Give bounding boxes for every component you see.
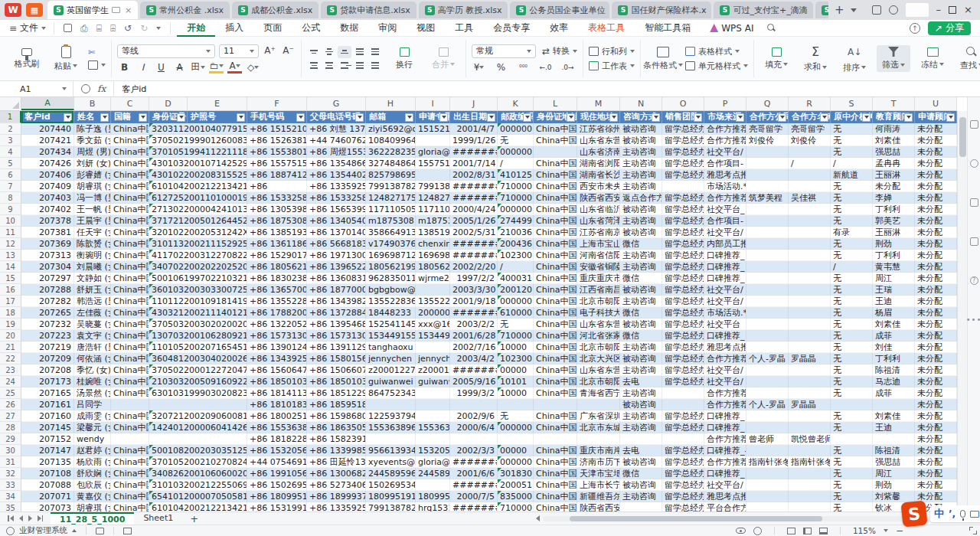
cell[interactable]: +86 15823918663 xyxy=(307,433,366,445)
cell[interactable]: 留学总经办 xyxy=(662,491,704,502)
magic-icon[interactable] xyxy=(81,84,90,93)
cell[interactable]: 2000/4/24 xyxy=(450,204,498,215)
cell[interactable]: China中国 xyxy=(111,135,149,146)
cell[interactable]: +86 152901751 xyxy=(247,250,307,261)
cell[interactable]: +86 155751588 xyxy=(247,158,307,169)
filter-dropdown-button[interactable] xyxy=(100,113,109,122)
cell[interactable]: China中国 xyxy=(534,445,577,456)
cell[interactable]: 山东省东营 xyxy=(577,364,620,376)
cell[interactable]: 舒妍玉 (女) xyxy=(74,284,111,296)
cell[interactable]: 被动咨询 xyxy=(620,353,662,364)
cell[interactable]: 207369 xyxy=(21,238,74,250)
cell[interactable]: 370105200210270824 xyxy=(149,456,247,468)
cell[interactable]: +86 155363896 xyxy=(247,422,307,433)
cell[interactable]: 无 xyxy=(831,422,873,433)
cell[interactable]: 未分配 xyxy=(915,215,957,227)
document-tab[interactable]: S成都公积金.xlsx xyxy=(232,2,318,18)
header-cell-出生日期[interactable]: 出生日期 xyxy=(450,111,498,123)
cell[interactable]: 360481200304020026 xyxy=(149,353,247,364)
cell[interactable]: 江苏省南京 xyxy=(577,227,620,238)
cell[interactable]: China中国 xyxy=(111,376,149,387)
row-header-10[interactable]: 10 xyxy=(0,215,21,227)
cell[interactable]: China中国 xyxy=(534,204,577,215)
cell[interactable]: 微信 xyxy=(620,273,662,284)
header-cell-父母电话号码[interactable]: 父母电话号码 xyxy=(307,111,366,123)
cell[interactable]: China中国 xyxy=(534,342,577,353)
cell[interactable]: +86 13399850473 xyxy=(307,445,366,456)
cell[interactable]: +86 13965221003 xyxy=(307,261,366,273)
cell[interactable]: 河北省张家 xyxy=(577,330,620,342)
cell[interactable]: 207152 xyxy=(21,433,74,445)
cell[interactable] xyxy=(789,215,831,227)
cell[interactable]: 430102200208315525 xyxy=(149,169,247,181)
cell[interactable]: 留学总经办 xyxy=(662,468,704,479)
cell[interactable] xyxy=(789,227,831,238)
cell[interactable]: 000000 xyxy=(498,456,534,468)
row-header-27[interactable]: 27 xyxy=(0,410,21,422)
cell[interactable]: 文静如 (女) xyxy=(74,273,111,284)
column-header-I[interactable]: I xyxy=(416,97,450,110)
menu-tab-表格工具[interactable]: 表格工具 xyxy=(578,20,635,37)
row-header-7[interactable]: 7 xyxy=(0,181,21,192)
cell[interactable]: 上海市宝山 xyxy=(577,238,620,250)
cell[interactable]: 胡睿琪 (女) xyxy=(74,181,111,192)
cell[interactable]: 207147 xyxy=(21,445,74,456)
cell[interactable] xyxy=(662,181,704,192)
cell[interactable]: China中国 xyxy=(111,284,149,296)
cell[interactable]: 2001/6/28 xyxy=(450,330,498,342)
cell[interactable]: chenxinyur xyxy=(416,238,450,250)
cell[interactable]: 无 xyxy=(831,330,873,342)
cell[interactable]: 无 xyxy=(831,376,873,387)
cell[interactable]: 271302200004241013 xyxy=(149,204,247,215)
cell[interactable] xyxy=(746,307,789,319)
cell[interactable]: 102300 xyxy=(498,353,534,364)
cell[interactable]: 成菲 xyxy=(873,387,915,399)
cell[interactable] xyxy=(366,433,416,445)
cell[interactable]: +86 13728846803 xyxy=(307,307,366,319)
cell[interactable]: 未分配 xyxy=(915,422,957,433)
menu-tab-公式[interactable]: 公式 xyxy=(292,20,330,37)
cell[interactable] xyxy=(746,319,789,330)
column-header-N[interactable]: N xyxy=(620,97,662,110)
cell[interactable]: 710000 xyxy=(498,502,534,511)
column-header-T[interactable]: T xyxy=(873,97,915,110)
header-cell-原中介机构[interactable]: 原中介机构 xyxy=(831,111,873,123)
cell[interactable]: 陈祖清 xyxy=(873,364,915,376)
cell[interactable]: 新疆维吾尔 xyxy=(577,491,620,502)
font-size-select[interactable]: 11 xyxy=(219,44,259,58)
cell[interactable]: +86 155380193 xyxy=(247,146,307,158)
cell[interactable]: 155751588 xyxy=(416,158,450,169)
cell[interactable] xyxy=(789,261,831,273)
cell[interactable] xyxy=(831,399,873,410)
cell[interactable]: 207421 xyxy=(21,135,74,146)
cell[interactable]: 153449155 xyxy=(416,330,450,342)
cell[interactable]: 无 xyxy=(831,192,873,204)
format-painter-button[interactable]: 格式刷 xyxy=(10,48,44,70)
cell[interactable]: 未分配 xyxy=(915,364,957,376)
cell[interactable]: 207232 xyxy=(21,319,74,330)
cell[interactable] xyxy=(746,376,789,387)
align-top-button[interactable] xyxy=(307,46,321,58)
cell[interactable]: 左佳薇 (女) xyxy=(74,307,111,319)
cell[interactable]: 刘紫馨 xyxy=(873,491,915,502)
cell[interactable] xyxy=(789,296,831,307)
cell[interactable]: 主动咨询 xyxy=(620,296,662,307)
save-icon[interactable] xyxy=(64,24,72,32)
cell[interactable]: 124827175 xyxy=(416,192,450,204)
cell[interactable]: 371721200501264452 xyxy=(149,215,247,227)
cell[interactable]: +86 138519326 xyxy=(247,227,307,238)
cell[interactable]: 2003/3/30 xyxy=(450,284,498,296)
cell[interactable]: China中国 xyxy=(111,502,149,511)
cell[interactable]: 王迪 xyxy=(873,422,915,433)
cell[interactable]: 胡睿琪 (女) xyxy=(74,502,111,511)
cell[interactable]: 500108200203035125 xyxy=(149,445,247,456)
cell[interactable]: 个人-罗晶 xyxy=(746,399,789,410)
cell[interactable]: 微信 xyxy=(620,330,662,342)
cell[interactable]: 王丽淋 xyxy=(873,169,915,181)
cell[interactable]: 马志迪 xyxy=(873,376,915,387)
cell[interactable]: +86 56681836 xyxy=(307,238,366,250)
cell[interactable]: 180995191 xyxy=(366,491,416,502)
zoom-chevron-icon[interactable] xyxy=(884,529,888,532)
cell[interactable]: 刘佳 xyxy=(873,342,915,353)
cell[interactable] xyxy=(450,399,498,410)
